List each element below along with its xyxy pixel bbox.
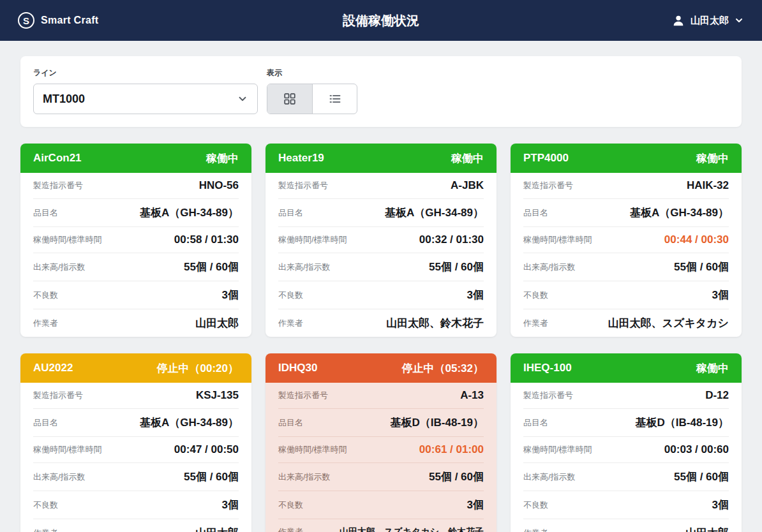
grid-view-button[interactable] xyxy=(267,84,312,114)
field-label: 作業者 xyxy=(33,528,58,532)
info-row: 品目名基板A（GH-34-89） xyxy=(523,199,729,227)
info-row: 稼働時間/標準時間00:61 / 01:00 xyxy=(278,437,484,463)
info-row: 品目名基板D（IB-48-19） xyxy=(278,409,484,437)
field-value: 山田太郎、スズキタカシ、鈴木花子 xyxy=(340,526,484,532)
field-value: 山田太郎、鈴木花子 xyxy=(386,316,484,330)
field-value: 55個 / 60個 xyxy=(184,469,239,484)
line-select-value: MT1000 xyxy=(43,92,85,106)
card-body: 製造指示番号A-13 品目名基板D（IB-48-19） 稼働時間/標準時間00:… xyxy=(265,383,497,532)
field-label: 製造指示番号 xyxy=(33,390,83,401)
field-value: 00:03 / 00:60 xyxy=(664,443,729,456)
field-label: 不良数 xyxy=(278,290,303,301)
view-toggle-group xyxy=(267,84,357,114)
field-value: HAIK-32 xyxy=(687,179,729,192)
field-value: 3個 xyxy=(712,288,729,302)
field-label: 出来高/指示数 xyxy=(278,262,331,273)
machine-name: IHEQ-100 xyxy=(523,362,572,374)
info-row: 品目名基板D（IB-48-19） xyxy=(523,409,729,437)
field-label: 品目名 xyxy=(523,207,548,219)
field-label: 不良数 xyxy=(278,499,303,511)
list-view-button[interactable] xyxy=(312,84,357,114)
status-badge: 停止中（00:20） xyxy=(157,361,239,376)
card-body: 製造指示番号KSJ-135 品目名基板A（GH-34-89） 稼働時間/標準時間… xyxy=(20,383,251,532)
info-row: 不良数3個 xyxy=(523,491,729,519)
field-label: 稼働時間/標準時間 xyxy=(523,234,592,246)
field-value: 山田太郎 xyxy=(685,526,729,532)
field-label: 作業者 xyxy=(523,318,548,329)
view-filter-label: 表示 xyxy=(267,68,357,78)
field-value: 55個 / 60個 xyxy=(184,260,239,274)
field-value: 00:58 / 01:30 xyxy=(174,233,239,246)
info-row: 稼働時間/標準時間00:32 / 01:30 xyxy=(278,227,484,253)
field-value: 3個 xyxy=(222,498,239,512)
field-label: 製造指示番号 xyxy=(523,390,573,401)
field-label: 出来高/指示数 xyxy=(523,262,576,273)
field-label: 品目名 xyxy=(33,417,58,429)
machine-name: AirCon21 xyxy=(33,152,82,165)
field-value: 山田太郎 xyxy=(195,526,239,532)
equipment-card: AirCon21 稼働中 製造指示番号HNO-56 品目名基板A（GH-34-8… xyxy=(20,144,251,337)
field-label: 稼働時間/標準時間 xyxy=(33,444,102,455)
info-row: 稼働時間/標準時間00:47 / 00:50 xyxy=(33,437,239,463)
card-body: 製造指示番号HAIK-32 品目名基板A（GH-34-89） 稼働時間/標準時間… xyxy=(511,173,742,337)
line-filter-group: ライン MT1000 xyxy=(33,68,258,114)
equipment-card: Heater19 稼働中 製造指示番号A-JBK 品目名基板A（GH-34-89… xyxy=(265,144,497,337)
info-row: 稼働時間/標準時間00:58 / 01:30 xyxy=(33,227,239,253)
line-select[interactable]: MT1000 xyxy=(33,84,258,114)
info-row: 稼働時間/標準時間00:03 / 00:60 xyxy=(523,437,729,463)
field-label: 品目名 xyxy=(33,207,58,219)
info-row: 製造指示番号HNO-56 xyxy=(33,173,239,199)
field-value: 基板A（GH-34-89） xyxy=(630,205,729,220)
field-value: 00:47 / 00:50 xyxy=(174,443,239,456)
info-row: 出来高/指示数55個 / 60個 xyxy=(278,253,484,281)
user-name: 山田太郎 xyxy=(691,15,729,27)
machine-name: AU2022 xyxy=(33,362,73,374)
info-row: 出来高/指示数55個 / 60個 xyxy=(523,463,729,491)
equipment-card: PTP4000 稼働中 製造指示番号HAIK-32 品目名基板A（GH-34-8… xyxy=(511,144,742,337)
field-value: 3個 xyxy=(222,288,239,302)
list-view-icon xyxy=(329,92,341,105)
field-label: 品目名 xyxy=(278,417,303,429)
info-row: 作業者山田太郎 xyxy=(33,519,239,532)
user-menu[interactable]: 山田太郎 xyxy=(671,13,744,27)
brand-logo: S Smart Craft xyxy=(18,12,98,29)
grid-view-icon xyxy=(283,92,296,105)
app-header: S Smart Craft 設備稼働状況 山田太郎 xyxy=(0,0,762,41)
field-value: 00:32 / 01:30 xyxy=(419,233,484,246)
info-row: 出来高/指示数55個 / 60個 xyxy=(33,253,239,281)
field-value: 基板A（GH-34-89） xyxy=(140,205,239,220)
field-label: 出来高/指示数 xyxy=(278,471,331,483)
field-label: 稼働時間/標準時間 xyxy=(33,234,102,246)
status-badge: 稼働中 xyxy=(696,361,729,376)
field-label: 品目名 xyxy=(278,207,303,219)
equipment-card: IDHQ30 停止中（05:32） 製造指示番号A-13 品目名基板D（IB-4… xyxy=(265,353,497,532)
info-row: 不良数3個 xyxy=(523,281,729,309)
equipment-cards-grid: AirCon21 稼働中 製造指示番号HNO-56 品目名基板A（GH-34-8… xyxy=(20,144,742,532)
field-label: 稼働時間/標準時間 xyxy=(278,234,347,246)
field-value: 基板A（GH-34-89） xyxy=(385,205,484,220)
brand-name: Smart Craft xyxy=(41,15,98,26)
info-row: 作業者山田太郎 xyxy=(523,519,729,532)
card-header: AU2022 停止中（00:20） xyxy=(20,353,251,383)
field-label: 作業者 xyxy=(33,318,58,329)
field-label: 出来高/指示数 xyxy=(523,471,576,483)
field-value-overtime: 00:44 / 00:30 xyxy=(664,233,729,246)
field-value: 基板A（GH-34-89） xyxy=(140,415,239,430)
info-row: 製造指示番号D-12 xyxy=(523,383,729,409)
info-row: 作業者山田太郎 xyxy=(33,309,239,337)
field-label: 作業者 xyxy=(523,528,548,532)
chevron-down-icon xyxy=(237,93,248,105)
field-value: 3個 xyxy=(467,288,484,302)
field-label: 不良数 xyxy=(523,290,548,301)
field-value: 55個 / 60個 xyxy=(429,260,484,274)
field-label: 不良数 xyxy=(33,290,58,301)
status-badge: 稼働中 xyxy=(696,151,729,166)
smart-craft-logo-icon: S xyxy=(18,12,34,29)
info-row: 作業者山田太郎、スズキタカシ xyxy=(523,309,729,337)
card-body: 製造指示番号D-12 品目名基板D（IB-48-19） 稼働時間/標準時間00:… xyxy=(511,383,742,532)
field-label: 不良数 xyxy=(33,499,58,511)
field-value: 山田太郎 xyxy=(195,316,239,330)
field-label: 作業者 xyxy=(278,318,303,329)
status-badge: 稼働中 xyxy=(206,151,239,166)
info-row: 不良数3個 xyxy=(278,281,484,309)
